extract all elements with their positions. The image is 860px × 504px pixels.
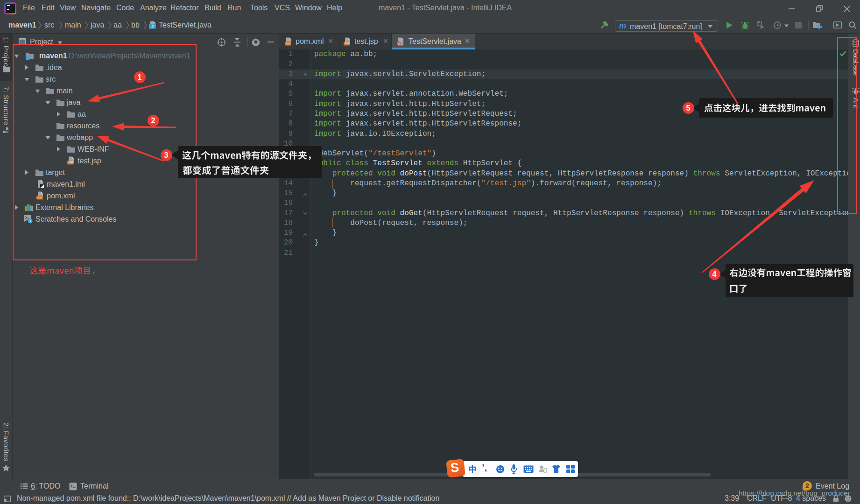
svg-text:J: J bbox=[398, 42, 400, 46]
svg-text:<>: <> bbox=[286, 42, 290, 46]
svg-text:JSP: JSP bbox=[344, 42, 350, 45]
svg-text:J: J bbox=[151, 24, 154, 29]
